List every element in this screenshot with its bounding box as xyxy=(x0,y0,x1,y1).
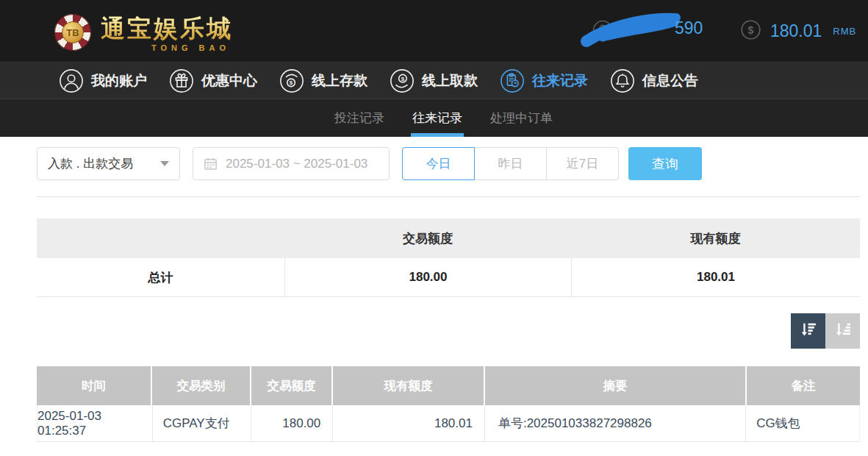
deposit-hand-coin-icon: $ xyxy=(279,68,304,93)
sort-ascending-icon xyxy=(833,320,853,342)
date-range-input[interactable]: 2025-01-03 ~ 2025-01-03 xyxy=(193,147,390,180)
column-header-time: 时间 xyxy=(37,366,152,405)
withdraw-hand-coin-icon: $ xyxy=(390,68,415,93)
cell-remark: CG钱包 xyxy=(746,405,859,441)
svg-text:$: $ xyxy=(748,24,754,35)
transaction-type-select[interactable]: 入款 . 出款交易 xyxy=(37,147,180,180)
records-sub-navigation: 投注记录 往来记录 处理中订单 xyxy=(0,99,868,137)
sort-descending-button[interactable] xyxy=(791,313,825,349)
summary-transaction-amount: 180.00 xyxy=(284,258,571,296)
column-header-remark: 备注 xyxy=(747,366,860,405)
date-range-value: 2025-01-03 ~ 2025-01-03 xyxy=(226,157,367,171)
calendar-icon xyxy=(204,157,218,171)
logo-text: 通宝娱乐城 TONG BAO xyxy=(101,13,233,52)
cell-type: CGPAY支付 xyxy=(153,405,252,441)
svg-text:$: $ xyxy=(290,79,293,86)
tab-transaction-records[interactable]: 往来记录 xyxy=(412,99,462,137)
nav-label: 我的账户 xyxy=(91,71,147,90)
column-header-transaction-amount: 交易额度 xyxy=(251,366,333,405)
summary-header-current-amount: 现有额度 xyxy=(571,218,860,258)
nav-item-records[interactable]: 往来记录 xyxy=(500,68,588,93)
user-account-area: 590 xyxy=(581,0,706,62)
cell-time: 2025-01-03 01:25:37 xyxy=(37,405,153,441)
nav-label: 线上取款 xyxy=(422,71,478,90)
site-logo[interactable]: TB 通宝娱乐城 TONG BAO xyxy=(54,13,233,52)
nav-item-withdraw[interactable]: $ 线上取款 xyxy=(390,68,478,93)
section-divider xyxy=(37,196,860,197)
summary-table: 交易额度 现有额度 总计 180.00 180.01 xyxy=(37,218,860,297)
dollar-circle-icon: $ xyxy=(741,20,761,43)
nav-label: 优惠中心 xyxy=(201,71,257,90)
chip-monogram: TB xyxy=(62,21,84,43)
cell-current-amount: 180.01 xyxy=(333,405,485,441)
svg-text:$: $ xyxy=(401,75,405,82)
main-navigation: 我的账户 优惠中心 $ 线上存款 xyxy=(0,62,868,99)
nav-item-promotions[interactable]: 优惠中心 xyxy=(169,68,257,93)
bell-icon xyxy=(610,68,635,93)
summary-current-amount: 180.01 xyxy=(571,258,860,296)
cell-transaction-amount: 180.00 xyxy=(251,405,333,441)
sort-ascending-button[interactable] xyxy=(825,313,860,349)
logo-subtitle: TONG BAO xyxy=(101,43,233,52)
records-table-header: 时间 交易类别 交易额度 现有额度 摘要 备注 xyxy=(37,366,860,405)
last-7-days-button[interactable]: 近7日 xyxy=(546,147,619,180)
summary-total-label: 总计 xyxy=(37,258,284,296)
transaction-records-table: 时间 交易类别 交易额度 现有额度 摘要 备注 2025-01-03 01:25… xyxy=(37,366,860,442)
balance-currency: RMB xyxy=(833,26,856,37)
nav-label: 线上存款 xyxy=(312,71,367,90)
transaction-type-value: 入款 . 出款交易 xyxy=(48,155,133,172)
redaction-scribble xyxy=(581,10,684,51)
sort-controls xyxy=(37,313,860,349)
nav-item-announcements[interactable]: 信息公告 xyxy=(610,68,698,93)
summary-header-transaction-amount: 交易额度 xyxy=(284,218,571,258)
cell-summary: 单号:202501033827298826 xyxy=(485,405,746,441)
filter-row: 入款 . 出款交易 2025-01-03 ~ 2025-01-03 xyxy=(37,147,860,180)
chevron-down-icon xyxy=(160,161,169,166)
quick-range-group: 今日 昨日 近7日 xyxy=(402,147,619,180)
logo-title: 通宝娱乐城 xyxy=(101,13,233,46)
poker-chip-icon: TB xyxy=(54,14,91,51)
tab-processing-orders[interactable]: 处理中订单 xyxy=(490,99,553,137)
sort-descending-icon xyxy=(798,320,818,342)
gift-icon xyxy=(169,68,194,93)
nav-label: 往来记录 xyxy=(532,71,588,90)
summary-header-blank xyxy=(37,218,284,258)
nav-item-deposit[interactable]: $ 线上存款 xyxy=(279,68,367,93)
clipboard-clock-icon xyxy=(500,68,525,93)
column-header-summary: 摘要 xyxy=(485,366,747,405)
yesterday-button[interactable]: 昨日 xyxy=(474,147,547,180)
user-circle-icon xyxy=(59,68,84,93)
search-button[interactable]: 查询 xyxy=(628,147,702,180)
tab-betting-records[interactable]: 投注记录 xyxy=(334,99,384,137)
today-button[interactable]: 今日 xyxy=(402,147,475,180)
balance-amount: 180.01 xyxy=(770,21,822,41)
column-header-type: 交易类别 xyxy=(152,366,251,405)
nav-label: 信息公告 xyxy=(642,71,698,90)
column-header-current-amount: 现有额度 xyxy=(333,366,485,405)
username-visible-suffix: 590 xyxy=(675,18,703,38)
summary-table-header: 交易额度 现有额度 xyxy=(37,218,860,258)
main-content: 入款 . 出款交易 2025-01-03 ~ 2025-01-03 xyxy=(37,147,860,442)
balance-display[interactable]: $ 180.01RMB xyxy=(741,0,856,62)
table-row: 2025-01-03 01:25:37 CGPAY支付 180.00 180.0… xyxy=(37,405,860,442)
nav-item-my-account[interactable]: 我的账户 xyxy=(59,68,147,93)
top-header: TB 通宝娱乐城 TONG BAO 590 xyxy=(0,0,868,62)
summary-total-row: 总计 180.00 180.01 xyxy=(37,258,860,297)
